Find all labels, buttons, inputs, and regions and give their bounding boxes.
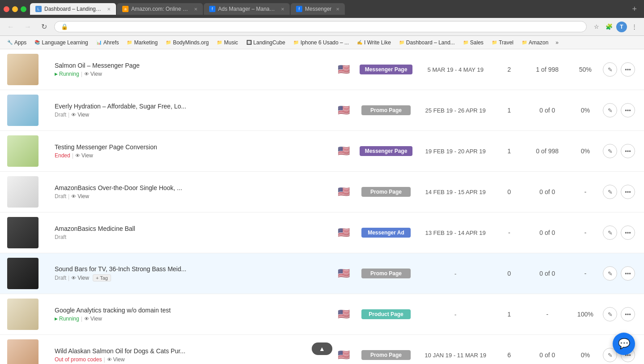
view-link[interactable]: View	[75, 152, 93, 159]
traffic-light-red[interactable]	[4, 6, 9, 12]
more-button[interactable]: •••	[621, 225, 635, 240]
refresh-button[interactable]: ↻	[39, 21, 50, 33]
tab-messenger-close[interactable]: ✕	[336, 7, 339, 12]
campaign-percent: 0%	[570, 107, 601, 114]
campaign-num: -	[494, 229, 525, 236]
url-bar[interactable]: 🔒	[54, 21, 587, 32]
bm-dashlandingcube[interactable]: 📁 Dashboard – Land...	[395, 38, 459, 47]
tab-ads-close[interactable]: ✕	[281, 7, 284, 12]
tab-amazon[interactable]: a Amazon.com: Online Shoppi... ✕	[117, 3, 203, 15]
bookmark-star-icon[interactable]: ☆	[591, 22, 602, 32]
traffic-light-yellow[interactable]	[12, 6, 18, 12]
campaign-title: Google Analytics tracking w/o domain tes…	[55, 307, 325, 314]
forward-button[interactable]: →	[21, 21, 34, 33]
campaign-fraction: 0 of 0	[525, 229, 570, 236]
campaign-name-col: Testing Messenger Page Conversion Ended …	[47, 143, 332, 159]
more-button[interactable]: •••	[621, 62, 635, 77]
add-tag-button[interactable]: + Tag	[93, 274, 111, 282]
bm-ahrefs-label: Ahrefs	[103, 39, 119, 46]
view-link[interactable]: View	[107, 356, 125, 363]
edit-button[interactable]: ✎	[603, 185, 617, 199]
campaign-row-row-testing: Testing Messenger Page Conversion Ended …	[0, 131, 644, 172]
campaign-fraction: 0 of 0	[525, 270, 570, 277]
product-image	[7, 299, 39, 330]
view-link[interactable]: View	[71, 275, 89, 281]
campaign-dates: 19 FEB 19 - 20 APR 19	[417, 148, 494, 155]
bm-music-label: Music	[224, 39, 238, 46]
extensions-icon[interactable]: 🧩	[604, 22, 614, 32]
bm-dashlandingcube-icon: 📁	[399, 40, 404, 45]
bm-landingcube-label: LandingCube	[253, 39, 285, 46]
campaign-flag-col: 🇺🇸	[332, 104, 355, 116]
tab-ads[interactable]: f Ads Manager – Manage ads – ✕	[204, 3, 290, 15]
bm-sales[interactable]: 📁 Sales	[459, 38, 487, 47]
profile-icon[interactable]: T	[616, 22, 627, 32]
edit-button[interactable]: ✎	[603, 62, 617, 77]
view-link[interactable]: View	[71, 112, 89, 118]
edit-button[interactable]: ✎	[603, 225, 617, 240]
nav-bar: ← → ↻ 🔒 ☆ 🧩 T ⋮	[0, 18, 644, 36]
campaign-row-row-analytics: Google Analytics tracking w/o domain tes…	[0, 294, 644, 335]
bm-music[interactable]: 📁 Music	[213, 38, 241, 47]
tab-amazon-close[interactable]: ✕	[194, 7, 197, 12]
campaign-type-col: Product Page	[355, 309, 417, 319]
campaign-type-col: Promo Page	[355, 187, 417, 197]
bm-marketing[interactable]: 📁 Marketing	[123, 38, 161, 47]
campaign-status: Draft | View	[55, 112, 325, 118]
edit-button[interactable]: ✎	[603, 144, 617, 158]
bm-travel[interactable]: 📁 Travel	[488, 38, 517, 47]
bm-language[interactable]: 📚 Language Learning	[31, 38, 91, 47]
product-image-col	[7, 339, 47, 364]
chat-bubble[interactable]: 💬	[613, 333, 635, 355]
campaign-flag-col: 🇺🇸	[332, 186, 355, 198]
bm-ahrefs[interactable]: 📊 Ahrefs	[93, 38, 123, 47]
campaign-status: Draft	[55, 234, 325, 240]
new-tab-button[interactable]: +	[628, 3, 640, 16]
bm-amazon[interactable]: 📁 Amazon	[518, 38, 552, 47]
traffic-light-green[interactable]	[21, 6, 26, 12]
edit-button[interactable]: ✎	[603, 307, 617, 321]
more-button[interactable]: •••	[621, 103, 635, 117]
product-image-col	[7, 176, 47, 208]
status-running: Running	[55, 316, 79, 322]
bm-iwrite-label: I Write Like	[364, 39, 391, 46]
menu-icon[interactable]: ⋮	[629, 22, 640, 32]
edit-button[interactable]: ✎	[603, 103, 617, 117]
campaign-flag-col: 🇺🇸	[332, 64, 355, 75]
country-flag: 🇺🇸	[338, 104, 350, 116]
bm-iwrite[interactable]: ✍️ I Write Like	[353, 38, 395, 47]
tab-dashboard[interactable]: L Dashboard – LandingCube ✕	[30, 3, 116, 15]
tab-amazon-label: Amazon.com: Online Shoppi...	[131, 6, 189, 12]
campaign-name-col: Sound Bars for TV, 36-Inch Strong Bass M…	[47, 265, 332, 282]
campaign-flag-col: 🇺🇸	[332, 349, 355, 361]
bm-sales-icon: 📁	[463, 40, 468, 45]
view-link[interactable]: View	[84, 71, 102, 77]
more-button[interactable]: •••	[621, 144, 635, 158]
tab-dashboard-close[interactable]: ✕	[107, 7, 111, 12]
more-button[interactable]: •••	[621, 307, 635, 321]
status-running: Running	[55, 71, 79, 77]
scroll-up-button[interactable]: ▲	[312, 342, 332, 355]
campaign-name-col: Google Analytics tracking w/o domain tes…	[47, 307, 332, 322]
campaign-fraction: 0 of 0	[525, 188, 570, 195]
campaign-percent: -	[570, 229, 601, 236]
more-bookmarks[interactable]: »	[553, 38, 562, 47]
tab-messenger[interactable]: f Messenger ✕	[291, 3, 345, 15]
bm-iphone[interactable]: 📁 Iphone 6 Usado – ...	[290, 38, 352, 47]
edit-button[interactable]: ✎	[603, 266, 617, 281]
traffic-lights	[4, 6, 26, 12]
browser-chrome: L Dashboard – LandingCube ✕a Amazon.com:…	[0, 0, 644, 18]
more-button[interactable]: •••	[621, 266, 635, 281]
view-link[interactable]: View	[71, 193, 89, 199]
campaign-num: 1	[494, 107, 525, 114]
campaign-row-row-salmon-oil: Salmon Oil – Messenger Page Running | Vi…	[0, 49, 644, 90]
bm-landingcube[interactable]: 🔲 LandingCube	[243, 38, 289, 47]
bm-apps[interactable]: 🔧 Apps	[4, 38, 30, 47]
campaign-status: Draft | View + Tag	[55, 274, 325, 282]
bm-bodyminds[interactable]: 📁 BodyMinds.org	[162, 38, 212, 47]
more-button[interactable]: •••	[621, 185, 635, 199]
content-area[interactable]: Salmon Oil – Messenger Page Running | Vi…	[0, 49, 644, 364]
campaign-dates: 14 FEB 19 - 15 APR 19	[417, 189, 494, 195]
back-button[interactable]: ←	[4, 21, 17, 33]
view-link[interactable]: View	[84, 316, 102, 322]
